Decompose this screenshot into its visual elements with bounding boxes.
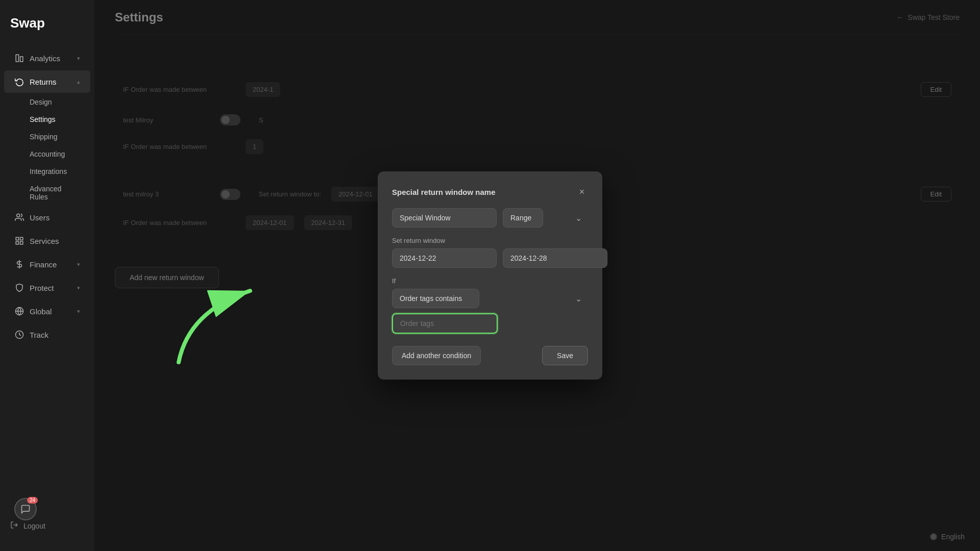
logout-button[interactable]: Logout bbox=[0, 516, 94, 536]
sidebar-item-analytics[interactable]: Analytics ▾ bbox=[4, 47, 90, 69]
finance-icon bbox=[14, 259, 24, 269]
global-arrow: ▾ bbox=[77, 308, 80, 315]
set-window-label: Set return window bbox=[392, 237, 588, 244]
sidebar-item-users[interactable]: Users bbox=[4, 206, 90, 229]
sidebar-sub-advanced-rules[interactable]: Advanced Rules bbox=[4, 181, 90, 205]
sidebar-sub-shipping[interactable]: Shipping bbox=[4, 129, 90, 145]
logout-label: Logout bbox=[23, 522, 45, 530]
sidebar-returns-label: Returns bbox=[30, 78, 57, 86]
save-button[interactable]: Save bbox=[542, 346, 588, 365]
sidebar-finance-label: Finance bbox=[30, 260, 57, 269]
range-select[interactable]: Range Fixed Custom bbox=[503, 208, 543, 228]
sidebar-global-label: Global bbox=[30, 307, 52, 316]
sidebar-services-label: Services bbox=[30, 237, 59, 245]
tags-input-container bbox=[392, 313, 588, 334]
sidebar-item-services[interactable]: Services bbox=[4, 230, 90, 252]
sidebar-sub-integrations[interactable]: Integrations bbox=[4, 163, 90, 180]
window-name-input[interactable] bbox=[392, 208, 497, 228]
modal-dates-row bbox=[392, 248, 588, 268]
chat-badge: 24 bbox=[27, 497, 38, 504]
modal-title: Special return window name bbox=[392, 188, 496, 196]
advanced-rules-label: Advanced Rules bbox=[30, 185, 61, 201]
sidebar-item-protect[interactable]: Protect ▾ bbox=[4, 277, 90, 299]
track-icon bbox=[14, 330, 24, 340]
protect-icon bbox=[14, 283, 24, 293]
modal-close-button[interactable]: × bbox=[576, 186, 588, 198]
protect-arrow: ▾ bbox=[77, 285, 80, 291]
sidebar-users-label: Users bbox=[30, 213, 50, 222]
return-icon bbox=[14, 77, 24, 87]
sidebar-item-global[interactable]: Global ▾ bbox=[4, 300, 90, 322]
sidebar-sub-accounting[interactable]: Accounting bbox=[4, 146, 90, 162]
users-icon bbox=[14, 212, 24, 222]
integrations-label: Integrations bbox=[30, 167, 67, 176]
range-select-wrapper: Range Fixed Custom bbox=[503, 208, 588, 228]
date-start-input[interactable] bbox=[392, 248, 497, 268]
if-label: If bbox=[392, 277, 588, 285]
chart-icon bbox=[14, 53, 24, 63]
sidebar-protect-label: Protect bbox=[30, 284, 54, 292]
shipping-label: Shipping bbox=[30, 133, 58, 141]
sidebar-item-returns[interactable]: Returns ▴ bbox=[4, 70, 90, 93]
sidebar-sub-settings[interactable]: Settings bbox=[4, 111, 90, 128]
design-label: Design bbox=[30, 98, 52, 106]
order-tags-input[interactable] bbox=[392, 313, 498, 334]
logout-icon bbox=[10, 521, 18, 531]
sidebar: Swap Analytics ▾ Returns ▴ Design Settin… bbox=[0, 0, 94, 551]
sidebar-analytics-label: Analytics bbox=[30, 54, 60, 63]
modal-footer: Add another condition Save bbox=[392, 346, 588, 365]
sidebar-item-finance[interactable]: Finance ▾ bbox=[4, 253, 90, 276]
svg-point-2 bbox=[17, 214, 20, 217]
analytics-arrow: ▾ bbox=[77, 55, 80, 62]
modal-header: Special return window name × bbox=[392, 186, 588, 198]
chat-bubble[interactable]: 24 bbox=[14, 498, 37, 520]
date-end-input[interactable] bbox=[503, 248, 607, 268]
app-logo[interactable]: Swap bbox=[0, 10, 94, 46]
add-condition-button[interactable]: Add another condition bbox=[392, 346, 481, 365]
modal-condition-row: Order tags contains Order tags equals Cu… bbox=[392, 289, 588, 308]
sidebar-item-track[interactable]: Track bbox=[4, 323, 90, 346]
svg-rect-6 bbox=[20, 242, 23, 244]
modal-name-row: Range Fixed Custom bbox=[392, 208, 588, 228]
svg-rect-4 bbox=[20, 237, 23, 240]
finance-arrow: ▾ bbox=[77, 261, 80, 268]
sidebar-sub-design[interactable]: Design bbox=[4, 94, 90, 110]
condition-select-wrapper: Order tags contains Order tags equals Cu… bbox=[392, 289, 588, 308]
global-icon bbox=[14, 306, 24, 316]
modal: Special return window name × Range Fixed… bbox=[378, 171, 602, 380]
sidebar-track-label: Track bbox=[30, 331, 48, 339]
services-icon bbox=[14, 236, 24, 246]
returns-arrow: ▴ bbox=[77, 79, 80, 85]
svg-rect-1 bbox=[20, 57, 23, 62]
settings-label: Settings bbox=[30, 115, 56, 123]
svg-rect-0 bbox=[16, 55, 18, 62]
svg-rect-5 bbox=[16, 242, 18, 244]
svg-rect-3 bbox=[16, 237, 18, 240]
condition-select[interactable]: Order tags contains Order tags equals Cu… bbox=[392, 289, 479, 308]
sidebar-bottom: Logout bbox=[0, 511, 94, 541]
accounting-label: Accounting bbox=[30, 150, 65, 158]
